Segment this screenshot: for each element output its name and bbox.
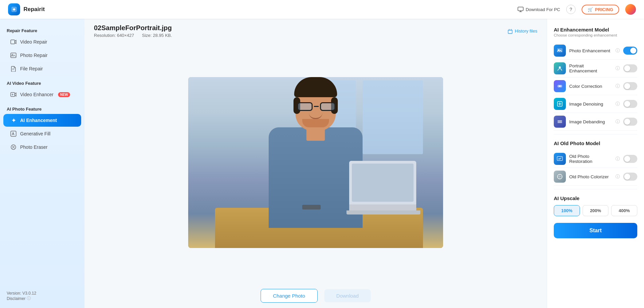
sidebar-item-label: File Repair [20, 66, 43, 71]
sidebar-item-video-enhancer[interactable]: Video Enhancer NEW [3, 88, 81, 101]
file-resolution: Resolution: 640×427 [94, 33, 134, 38]
history-icon [507, 28, 513, 34]
monitor-icon [518, 6, 524, 12]
sidebar-item-photo-eraser[interactable]: Photo Eraser [3, 141, 81, 153]
svg-rect-2 [11, 40, 15, 44]
download-pc-label: Download For PC [526, 7, 560, 12]
start-button[interactable]: Start [554, 223, 637, 238]
old-photo-restoration-toggle[interactable] [623, 155, 637, 163]
svg-point-4 [12, 54, 13, 55]
photo-repair-icon [10, 52, 17, 59]
sidebar-item-label: Video Repair [20, 39, 47, 45]
toggle-row-color-correction: Color Correction ⓘ [554, 77, 637, 95]
color-correction-toggle[interactable] [623, 82, 637, 90]
spacer [554, 147, 637, 150]
change-photo-button[interactable]: Change Photo [261, 289, 318, 303]
pricing-icon: 🛒 [588, 7, 593, 12]
color-correction-icon [554, 80, 566, 92]
upscale-options: 100% 200% 400% [554, 205, 637, 216]
history-files-button[interactable]: History files [507, 28, 537, 34]
right-panel: AI Enhancement Model Choose correspondin… [547, 19, 644, 308]
ai-enhancement-icon: ✦ [10, 117, 17, 124]
content-area: 02SampleForPortrait.jpg Resolution: 640×… [85, 19, 547, 308]
file-repair-icon [10, 65, 17, 72]
image-debanding-toggle[interactable] [623, 118, 637, 126]
image-debanding-label: Image Debanding [569, 119, 611, 124]
image-preview [188, 77, 443, 248]
repair-section-label: Repair Feature [0, 25, 85, 35]
ai-video-section-label: AI Video Feature [0, 78, 85, 88]
topnav-right: Download For PC ? 🛒 PRICING [518, 4, 636, 15]
sidebar-bottom: Version: V3.0.12 Disclaimer ⓘ [0, 287, 85, 303]
ai-photo-section-label: AI Photo Feature [0, 104, 85, 114]
portrait-enhancement-label: Portrait Enhancement [569, 63, 611, 73]
image-denoising-info[interactable]: ⓘ [615, 101, 620, 107]
image-denoising-label: Image Denoising [569, 102, 611, 107]
upscale-200-button[interactable]: 200% [583, 205, 609, 216]
laptop-lid [349, 161, 416, 211]
main-layout: Repair Feature Video Repair Photo Repair… [0, 19, 644, 308]
sidebar-item-label: AI Enhancement [20, 118, 57, 123]
image-preview-container [85, 41, 547, 284]
pricing-label: PRICING [595, 7, 613, 12]
topnav: Repairit Download For PC ? 🛒 PRICING [0, 0, 644, 19]
sidebar-item-photo-repair[interactable]: Photo Repair [3, 49, 81, 62]
video-repair-icon [10, 39, 17, 45]
disclaimer-link[interactable]: Disclaimer ⓘ [7, 296, 78, 301]
sidebar-item-file-repair[interactable]: File Repair [3, 62, 81, 75]
download-button[interactable]: Download [324, 289, 371, 302]
download-pc-button[interactable]: Download For PC [518, 6, 560, 12]
section-divider-2 [554, 189, 637, 189]
generative-fill-icon [10, 130, 17, 137]
old-photo-colorizer-label: Old Photo Colorizer [569, 174, 611, 179]
user-avatar[interactable] [625, 4, 636, 15]
sidebar-item-ai-enhancement[interactable]: ✦ AI Enhancement [3, 114, 81, 127]
file-header: 02SampleForPortrait.jpg Resolution: 640×… [85, 19, 547, 41]
sidebar-item-label: Photo Eraser [20, 144, 48, 150]
portrait-enhancement-icon [554, 62, 566, 74]
color-correction-label: Color Correction [569, 84, 611, 89]
image-denoising-icon [554, 98, 566, 110]
photo-enhancement-icon [554, 45, 566, 57]
old-photo-colorizer-info[interactable]: ⓘ [615, 174, 620, 180]
disclaimer-label: Disclaimer [7, 296, 25, 301]
support-button[interactable]: ? [566, 5, 576, 14]
old-photo-colorizer-icon [554, 171, 566, 183]
new-badge: NEW [58, 92, 70, 97]
toggle-row-photo-enhancement: Photo Enhancement ⓘ [554, 42, 637, 60]
portrait-enhancement-info[interactable]: ⓘ [615, 65, 620, 71]
toggle-row-image-denoising: Image Denoising ⓘ [554, 95, 637, 113]
bottom-bar: Change Photo Download [85, 284, 547, 308]
old-photo-colorizer-toggle[interactable] [623, 173, 637, 181]
video-enhancer-icon [10, 91, 17, 98]
image-debanding-info[interactable]: ⓘ [615, 119, 620, 125]
app-name: Repairit [23, 6, 45, 13]
old-photo-restoration-label: Old Photo Restoration [569, 154, 611, 164]
toggle-row-old-photo-colorizer: Old Photo Colorizer ⓘ [554, 168, 637, 186]
beard [302, 119, 329, 127]
sidebar-item-generative-fill[interactable]: Generative Fill [3, 127, 81, 140]
pricing-button[interactable]: 🛒 PRICING [582, 5, 619, 14]
toggle-row-portrait-enhancement: Portrait Enhancement ⓘ [554, 60, 637, 77]
svg-rect-1 [518, 7, 523, 11]
logo-icon [8, 3, 20, 15]
window-bg [363, 80, 423, 154]
color-correction-info[interactable]: ⓘ [615, 83, 620, 89]
portrait-enhancement-toggle[interactable] [623, 64, 637, 72]
upscale-400-button[interactable]: 400% [611, 205, 637, 216]
laptop-base [346, 210, 420, 214]
sidebar-item-label: Photo Repair [20, 53, 48, 58]
toggle-row-old-photo-restoration: Old Photo Restoration ⓘ [554, 150, 637, 168]
svg-rect-3 [11, 53, 16, 58]
old-photo-restoration-info[interactable]: ⓘ [615, 156, 620, 162]
phone [302, 205, 321, 209]
photo-enhancement-info[interactable]: ⓘ [615, 48, 620, 54]
upscale-100-button[interactable]: 100% [554, 205, 580, 216]
image-denoising-toggle[interactable] [623, 100, 637, 108]
sidebar-item-video-repair[interactable]: Video Repair [3, 36, 81, 48]
enhancement-model-title: AI Enhancement Model [554, 27, 637, 33]
toggle-row-image-debanding: Image Debanding ⓘ [554, 113, 637, 131]
file-size: Size: 28.95 KB. [142, 33, 172, 38]
logo-area: Repairit [8, 3, 45, 15]
photo-enhancement-toggle[interactable] [623, 47, 637, 55]
